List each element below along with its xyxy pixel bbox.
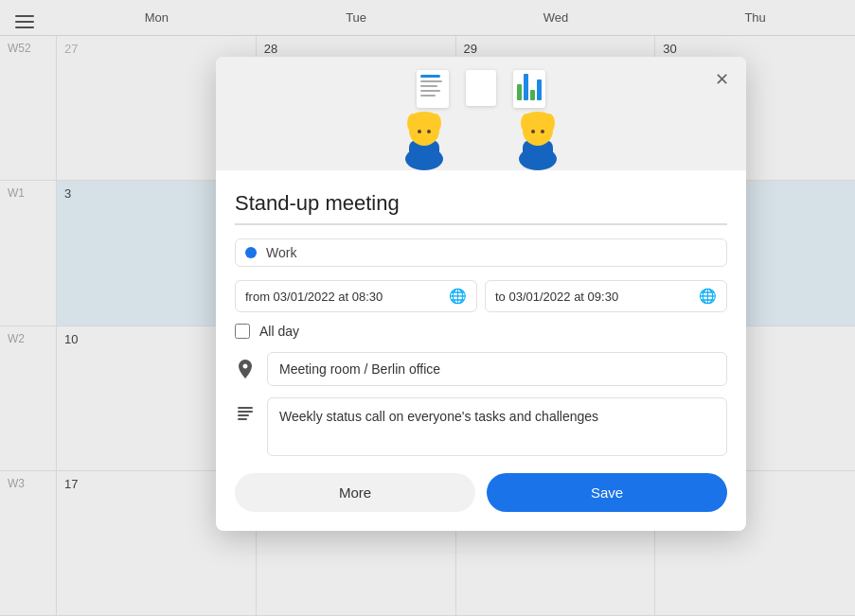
from-globe-icon: 🌐 — [449, 288, 467, 305]
blank-doc-icon — [466, 70, 496, 106]
svg-point-15 — [541, 130, 544, 133]
list-doc-icon — [417, 70, 449, 108]
svg-point-6 — [418, 130, 421, 133]
dialog-actions: More Save — [235, 473, 727, 512]
from-datetime-field[interactable]: from 03/01/2022 at 08:30 🌐 — [235, 280, 477, 312]
datetime-row: from 03/01/2022 at 08:30 🌐 to 03/01/2022… — [235, 280, 727, 312]
allday-row: All day — [235, 324, 727, 339]
svg-rect-19 — [238, 418, 247, 420]
svg-point-4 — [407, 114, 419, 132]
dialog-content: Work from 03/01/2022 at 08:30 🌐 to 03/01… — [216, 170, 746, 531]
from-datetime-text: from 03/01/2022 at 08:30 — [245, 290, 383, 304]
calendar-color-dot — [245, 247, 257, 258]
allday-checkbox[interactable] — [235, 324, 250, 339]
svg-point-13 — [543, 114, 555, 132]
svg-rect-18 — [238, 414, 249, 416]
event-dialog: ✕ — [216, 57, 746, 531]
description-input[interactable]: Weekly status call on everyone's tasks a… — [267, 397, 727, 456]
chart-doc-icon — [513, 70, 545, 108]
description-row: Weekly status call on everyone's tasks a… — [235, 397, 727, 456]
svg-rect-16 — [238, 407, 253, 409]
event-title-input[interactable] — [235, 187, 727, 225]
dialog-illustration: ✕ — [216, 57, 746, 170]
to-globe-icon: 🌐 — [699, 288, 717, 305]
location-row — [235, 352, 727, 386]
svg-point-14 — [531, 130, 535, 133]
description-icon — [235, 405, 256, 427]
svg-rect-17 — [238, 411, 253, 413]
close-button[interactable]: ✕ — [708, 66, 735, 93]
location-icon — [235, 360, 256, 385]
calendar-selector[interactable]: Work — [235, 238, 727, 267]
to-datetime-text: to 03/01/2022 at 09:30 — [495, 290, 618, 304]
allday-label[interactable]: All day — [259, 324, 299, 339]
save-button[interactable]: Save — [487, 473, 727, 512]
more-button[interactable]: More — [235, 473, 475, 512]
svg-point-7 — [427, 130, 431, 133]
location-input[interactable] — [267, 352, 727, 386]
svg-point-12 — [521, 114, 532, 132]
calendar-name: Work — [266, 245, 296, 260]
to-datetime-field[interactable]: to 03/01/2022 at 09:30 🌐 — [485, 280, 727, 312]
svg-point-5 — [430, 114, 441, 132]
document-icons — [417, 70, 545, 108]
